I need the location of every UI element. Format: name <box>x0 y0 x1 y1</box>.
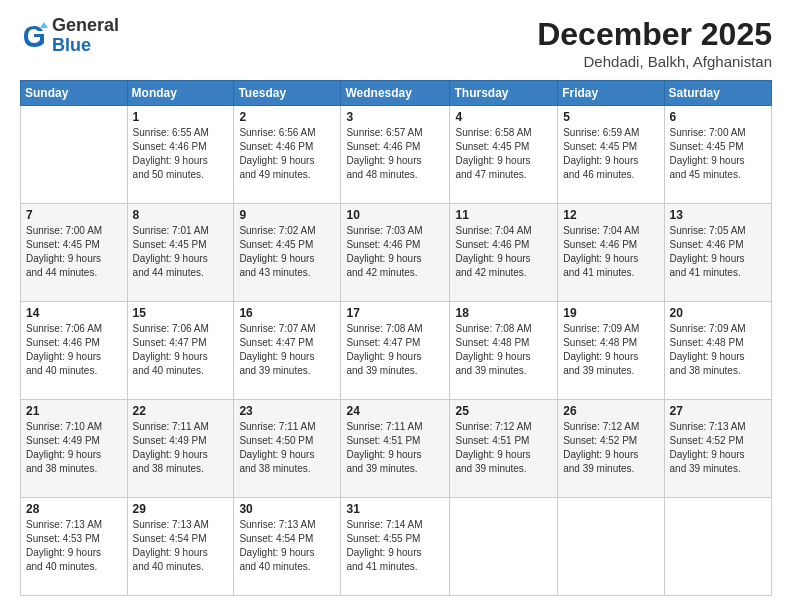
day-header-tuesday: Tuesday <box>234 81 341 106</box>
calendar-week-3: 21Sunrise: 7:10 AMSunset: 4:49 PMDayligh… <box>21 400 772 498</box>
logo-general: General <box>52 16 119 36</box>
calendar-cell: 4Sunrise: 6:58 AMSunset: 4:45 PMDaylight… <box>450 106 558 204</box>
calendar-cell: 2Sunrise: 6:56 AMSunset: 4:46 PMDaylight… <box>234 106 341 204</box>
calendar-header-row: SundayMondayTuesdayWednesdayThursdayFrid… <box>21 81 772 106</box>
page: General Blue December 2025 Dehdadi, Balk… <box>0 0 792 612</box>
day-info: Sunrise: 7:13 AMSunset: 4:52 PMDaylight:… <box>670 420 766 476</box>
day-info: Sunrise: 7:13 AMSunset: 4:54 PMDaylight:… <box>133 518 229 574</box>
day-info: Sunrise: 7:13 AMSunset: 4:53 PMDaylight:… <box>26 518 122 574</box>
day-number: 10 <box>346 208 444 222</box>
day-number: 28 <box>26 502 122 516</box>
calendar-cell: 27Sunrise: 7:13 AMSunset: 4:52 PMDayligh… <box>664 400 771 498</box>
day-number: 5 <box>563 110 658 124</box>
day-info: Sunrise: 7:06 AMSunset: 4:47 PMDaylight:… <box>133 322 229 378</box>
calendar-cell: 26Sunrise: 7:12 AMSunset: 4:52 PMDayligh… <box>558 400 664 498</box>
day-number: 22 <box>133 404 229 418</box>
day-info: Sunrise: 7:12 AMSunset: 4:52 PMDaylight:… <box>563 420 658 476</box>
day-number: 6 <box>670 110 766 124</box>
calendar-cell: 6Sunrise: 7:00 AMSunset: 4:45 PMDaylight… <box>664 106 771 204</box>
calendar-cell: 15Sunrise: 7:06 AMSunset: 4:47 PMDayligh… <box>127 302 234 400</box>
day-header-wednesday: Wednesday <box>341 81 450 106</box>
day-number: 27 <box>670 404 766 418</box>
calendar-cell: 8Sunrise: 7:01 AMSunset: 4:45 PMDaylight… <box>127 204 234 302</box>
calendar-cell: 22Sunrise: 7:11 AMSunset: 4:49 PMDayligh… <box>127 400 234 498</box>
day-number: 14 <box>26 306 122 320</box>
calendar-cell: 21Sunrise: 7:10 AMSunset: 4:49 PMDayligh… <box>21 400 128 498</box>
location: Dehdadi, Balkh, Afghanistan <box>537 53 772 70</box>
day-number: 7 <box>26 208 122 222</box>
logo: General Blue <box>20 16 119 56</box>
day-number: 16 <box>239 306 335 320</box>
calendar-cell: 20Sunrise: 7:09 AMSunset: 4:48 PMDayligh… <box>664 302 771 400</box>
calendar-cell: 7Sunrise: 7:00 AMSunset: 4:45 PMDaylight… <box>21 204 128 302</box>
calendar-cell: 5Sunrise: 6:59 AMSunset: 4:45 PMDaylight… <box>558 106 664 204</box>
day-info: Sunrise: 7:04 AMSunset: 4:46 PMDaylight:… <box>563 224 658 280</box>
day-number: 13 <box>670 208 766 222</box>
day-info: Sunrise: 6:57 AMSunset: 4:46 PMDaylight:… <box>346 126 444 182</box>
day-number: 21 <box>26 404 122 418</box>
day-info: Sunrise: 7:00 AMSunset: 4:45 PMDaylight:… <box>670 126 766 182</box>
day-info: Sunrise: 7:11 AMSunset: 4:50 PMDaylight:… <box>239 420 335 476</box>
calendar-cell <box>664 498 771 596</box>
day-info: Sunrise: 7:08 AMSunset: 4:47 PMDaylight:… <box>346 322 444 378</box>
calendar-cell: 11Sunrise: 7:04 AMSunset: 4:46 PMDayligh… <box>450 204 558 302</box>
day-info: Sunrise: 7:05 AMSunset: 4:46 PMDaylight:… <box>670 224 766 280</box>
day-info: Sunrise: 7:00 AMSunset: 4:45 PMDaylight:… <box>26 224 122 280</box>
day-number: 19 <box>563 306 658 320</box>
day-info: Sunrise: 6:56 AMSunset: 4:46 PMDaylight:… <box>239 126 335 182</box>
day-info: Sunrise: 7:07 AMSunset: 4:47 PMDaylight:… <box>239 322 335 378</box>
calendar-cell: 25Sunrise: 7:12 AMSunset: 4:51 PMDayligh… <box>450 400 558 498</box>
day-info: Sunrise: 7:09 AMSunset: 4:48 PMDaylight:… <box>670 322 766 378</box>
day-number: 12 <box>563 208 658 222</box>
calendar-cell: 29Sunrise: 7:13 AMSunset: 4:54 PMDayligh… <box>127 498 234 596</box>
day-info: Sunrise: 7:04 AMSunset: 4:46 PMDaylight:… <box>455 224 552 280</box>
day-number: 11 <box>455 208 552 222</box>
calendar-cell: 28Sunrise: 7:13 AMSunset: 4:53 PMDayligh… <box>21 498 128 596</box>
day-number: 17 <box>346 306 444 320</box>
calendar-cell: 30Sunrise: 7:13 AMSunset: 4:54 PMDayligh… <box>234 498 341 596</box>
day-info: Sunrise: 7:06 AMSunset: 4:46 PMDaylight:… <box>26 322 122 378</box>
calendar-cell: 13Sunrise: 7:05 AMSunset: 4:46 PMDayligh… <box>664 204 771 302</box>
day-info: Sunrise: 7:03 AMSunset: 4:46 PMDaylight:… <box>346 224 444 280</box>
title-block: December 2025 Dehdadi, Balkh, Afghanista… <box>537 16 772 70</box>
day-number: 20 <box>670 306 766 320</box>
calendar-cell: 23Sunrise: 7:11 AMSunset: 4:50 PMDayligh… <box>234 400 341 498</box>
day-info: Sunrise: 7:01 AMSunset: 4:45 PMDaylight:… <box>133 224 229 280</box>
day-info: Sunrise: 7:08 AMSunset: 4:48 PMDaylight:… <box>455 322 552 378</box>
day-info: Sunrise: 7:09 AMSunset: 4:48 PMDaylight:… <box>563 322 658 378</box>
calendar-cell: 12Sunrise: 7:04 AMSunset: 4:46 PMDayligh… <box>558 204 664 302</box>
day-number: 1 <box>133 110 229 124</box>
day-number: 8 <box>133 208 229 222</box>
day-number: 24 <box>346 404 444 418</box>
day-info: Sunrise: 6:55 AMSunset: 4:46 PMDaylight:… <box>133 126 229 182</box>
day-info: Sunrise: 6:59 AMSunset: 4:45 PMDaylight:… <box>563 126 658 182</box>
calendar-cell <box>558 498 664 596</box>
day-header-sunday: Sunday <box>21 81 128 106</box>
calendar-cell: 18Sunrise: 7:08 AMSunset: 4:48 PMDayligh… <box>450 302 558 400</box>
day-header-thursday: Thursday <box>450 81 558 106</box>
calendar-cell: 17Sunrise: 7:08 AMSunset: 4:47 PMDayligh… <box>341 302 450 400</box>
calendar-cell: 9Sunrise: 7:02 AMSunset: 4:45 PMDaylight… <box>234 204 341 302</box>
day-header-friday: Friday <box>558 81 664 106</box>
day-header-saturday: Saturday <box>664 81 771 106</box>
header: General Blue December 2025 Dehdadi, Balk… <box>20 16 772 70</box>
calendar-cell: 19Sunrise: 7:09 AMSunset: 4:48 PMDayligh… <box>558 302 664 400</box>
day-info: Sunrise: 7:14 AMSunset: 4:55 PMDaylight:… <box>346 518 444 574</box>
day-info: Sunrise: 7:10 AMSunset: 4:49 PMDaylight:… <box>26 420 122 476</box>
day-number: 25 <box>455 404 552 418</box>
day-number: 15 <box>133 306 229 320</box>
day-info: Sunrise: 7:02 AMSunset: 4:45 PMDaylight:… <box>239 224 335 280</box>
logo-icon <box>20 22 48 50</box>
month-title: December 2025 <box>537 16 772 53</box>
calendar-cell: 1Sunrise: 6:55 AMSunset: 4:46 PMDaylight… <box>127 106 234 204</box>
logo-blue: Blue <box>52 36 119 56</box>
calendar-week-1: 7Sunrise: 7:00 AMSunset: 4:45 PMDaylight… <box>21 204 772 302</box>
day-number: 31 <box>346 502 444 516</box>
calendar: SundayMondayTuesdayWednesdayThursdayFrid… <box>20 80 772 596</box>
day-info: Sunrise: 7:11 AMSunset: 4:49 PMDaylight:… <box>133 420 229 476</box>
day-number: 29 <box>133 502 229 516</box>
calendar-week-4: 28Sunrise: 7:13 AMSunset: 4:53 PMDayligh… <box>21 498 772 596</box>
calendar-cell: 14Sunrise: 7:06 AMSunset: 4:46 PMDayligh… <box>21 302 128 400</box>
day-info: Sunrise: 6:58 AMSunset: 4:45 PMDaylight:… <box>455 126 552 182</box>
day-number: 18 <box>455 306 552 320</box>
